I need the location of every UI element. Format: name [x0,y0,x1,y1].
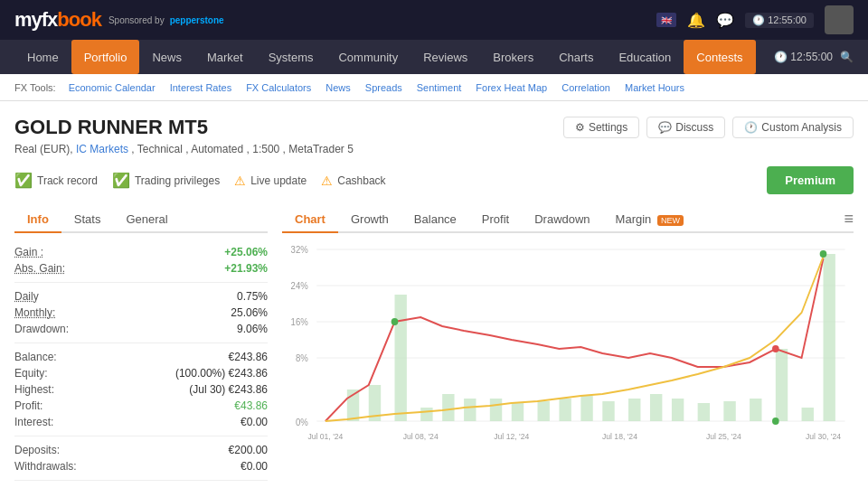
tool-spreads[interactable]: Spreads [360,82,408,93]
abs-gain-label: Abs. Gain: [14,262,96,275]
svg-rect-18 [512,403,524,421]
tool-sentiment[interactable]: Sentiment [411,82,467,93]
status-row: ✅ Track record ✅ Trading privileges ⚠ Li… [14,166,854,194]
equity-row: Equity: (100.00%) €243.86 [14,367,268,380]
monthly-value: 25.06% [231,306,268,319]
svg-rect-28 [750,399,761,421]
badge-track-record: ✅ Track record [14,172,98,189]
profit-label: Profit: [14,399,96,412]
nav-news[interactable]: News [139,40,194,74]
premium-button[interactable]: Premium [767,166,854,194]
svg-rect-31 [823,254,835,421]
svg-rect-14 [420,408,432,421]
svg-rect-19 [537,401,549,421]
svg-text:32%: 32% [291,245,308,255]
profit-row: Profit: €43.86 [14,399,268,412]
account-title: GOLD RUNNER MT5 [14,116,208,139]
svg-rect-29 [776,349,788,421]
svg-text:16%: 16% [291,317,308,327]
deposits-row: Deposits: €200.00 [14,444,268,456]
svg-rect-22 [602,401,614,421]
info-section: Gain : +25.06% Abs. Gain: +21.93% Daily … [14,242,268,488]
svg-text:Jul 25, '24: Jul 25, '24 [706,432,741,441]
withdrawals-value: €0.00 [241,460,268,473]
gain-value: +25.06% [224,246,268,258]
nav-portfolio[interactable]: Portfolio [71,40,140,74]
monthly-row: Monthly: 25.06% [14,306,268,319]
chart-tab-growth[interactable]: Growth [338,207,401,233]
daily-row: Daily 0.75% [14,290,268,303]
svg-point-34 [772,418,779,425]
live-update-warn-icon: ⚠ [234,174,246,188]
account-actions: ⚙ Settings 💬 Discuss 🕐 Custom Analysis [563,117,854,138]
user-avatar[interactable] [825,5,854,34]
chart-tab-chart[interactable]: Chart [282,207,338,233]
tool-market-hours[interactable]: Market Hours [619,82,690,93]
tool-fx-calculators[interactable]: FX Calculators [241,82,316,93]
nav-charts[interactable]: Charts [546,40,606,74]
nav-contests[interactable]: Contests [684,40,755,74]
nav-market[interactable]: Market [194,40,256,74]
nav-community[interactable]: Community [326,40,410,74]
tool-forex-heat-map[interactable]: Forex Heat Map [470,82,552,93]
drawdown-label: Drawdown: [14,323,96,335]
withdrawals-row: Withdrawals: €0.00 [14,460,268,473]
svg-text:Jul 12, '24: Jul 12, '24 [494,432,529,441]
balance-label: Balance: [14,351,96,363]
discuss-button[interactable]: 💬 Discuss [646,117,725,138]
svg-rect-17 [490,399,502,421]
tab-info[interactable]: Info [14,207,61,233]
custom-analysis-button[interactable]: 🕐 Custom Analysis [732,117,854,138]
svg-text:24%: 24% [291,281,308,291]
svg-rect-26 [698,403,710,421]
chat-icon[interactable]: 💬 [716,12,734,29]
svg-rect-16 [464,399,476,421]
profit-value: €43.86 [234,399,268,412]
logo: myfxbook [14,8,101,32]
chart-tab-drawdown[interactable]: Drawdown [522,207,602,233]
badge-live-update: ⚠ Live update [234,174,307,188]
nav-education[interactable]: Education [606,40,684,74]
content-area: Info Stats General Gain : +25.06% Abs. G… [14,207,854,488]
badge-cashback: ⚠ Cashback [321,174,385,188]
chart-svg: 32% 24% 16% 8% 0% [282,240,854,484]
language-flag[interactable]: 🇬🇧 [656,13,676,27]
highest-row: Highest: (Jul 30) €243.86 [14,383,268,396]
nav-reviews[interactable]: Reviews [410,40,480,74]
time-display: 🕐 12:55:00 [745,13,814,28]
account-meta: Real (EUR), IC Markets , Technical , Aut… [14,143,854,155]
tool-news[interactable]: News [320,82,356,93]
tool-correlation[interactable]: Correlation [556,82,616,93]
chart-settings-icon[interactable]: ≡ [844,210,854,229]
tab-stats[interactable]: Stats [61,207,114,233]
tab-general[interactable]: General [113,207,180,233]
account-title-row: GOLD RUNNER MT5 ⚙ Settings 💬 Discuss 🕐 C… [14,116,854,139]
tool-economic-calendar[interactable]: Economic Calendar [63,82,161,93]
settings-button[interactable]: ⚙ Settings [563,117,639,138]
nav-systems[interactable]: Systems [256,40,326,74]
broker-link[interactable]: IC Markets [76,143,128,155]
svg-rect-27 [723,401,735,421]
nav-brokers[interactable]: Brokers [480,40,546,74]
discuss-icon: 💬 [658,121,672,134]
nav-right: 🕐 12:55:00 🔍 [774,51,854,63]
chart-tab-margin[interactable]: Margin NEW [603,207,696,233]
tool-interest-rates[interactable]: Interest Rates [165,82,237,93]
nav-search-icon[interactable]: 🔍 [840,51,854,63]
nav-home[interactable]: Home [14,40,71,74]
svg-rect-15 [442,394,454,421]
drawdown-value: 9.06% [237,323,268,335]
notification-icon[interactable]: 🔔 [687,12,705,29]
chart-tab-balance[interactable]: Balance [401,207,469,233]
svg-rect-25 [672,399,684,421]
trading-privileges-check-icon: ✅ [112,172,130,189]
svg-text:Jul 18, '24: Jul 18, '24 [602,432,637,441]
svg-point-35 [772,345,779,352]
balance-value: €243.86 [229,351,268,363]
equity-label: Equity: [14,367,96,380]
svg-point-33 [820,250,827,258]
main-content: GOLD RUNNER MT5 ⚙ Settings 💬 Discuss 🕐 C… [0,101,868,488]
badge-trading-privileges: ✅ Trading privileges [112,172,220,189]
chart-tab-profit[interactable]: Profit [469,207,522,233]
custom-analysis-icon: 🕐 [744,121,758,134]
